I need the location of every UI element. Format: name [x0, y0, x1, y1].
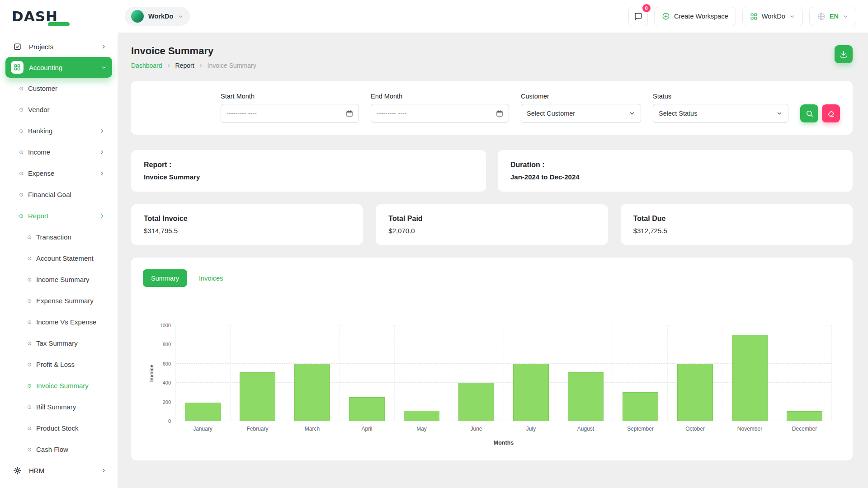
- breadcrumb-current: Invoice Summary: [208, 62, 256, 69]
- apply-filter-button[interactable]: [800, 104, 818, 122]
- chart-slots: [175, 325, 832, 421]
- bullet-icon: [27, 299, 32, 303]
- page-header: Invoice Summary Dashboard Report Invoice…: [131, 45, 853, 69]
- bar-march: [294, 364, 330, 421]
- messages-button[interactable]: 0: [628, 7, 648, 26]
- sidebar-item-transaction[interactable]: Transaction: [5, 226, 112, 248]
- sidebar-item-expense[interactable]: Expense: [5, 163, 112, 184]
- plus-circle-icon: [662, 12, 670, 20]
- sidebar-item-label: Tax Summary: [36, 339, 78, 347]
- chevron-right-icon: [166, 63, 171, 68]
- sidebar-item-banking[interactable]: Banking: [5, 120, 112, 141]
- bullet-icon: [27, 320, 32, 324]
- tab-summary[interactable]: Summary: [143, 269, 187, 287]
- chart-slot-march: [285, 325, 340, 421]
- sidebar-item-label: Profit & Loss: [36, 361, 75, 368]
- duration-value: Jan-2024 to Dec-2024: [510, 173, 840, 181]
- sidebar-item-label: Bill Summary: [36, 403, 76, 411]
- total-due-label: Total Due: [633, 215, 840, 223]
- sidebar-item-account-statement[interactable]: Account Statement: [5, 248, 112, 269]
- totals-row: Total Invoice $314,795.5 Total Paid $2,0…: [131, 204, 853, 245]
- sidebar: Projects Accounting CustomerVendorBankin…: [0, 33, 118, 488]
- customer-select[interactable]: Select Customer: [521, 104, 641, 123]
- x-axis-tick-label: December: [777, 426, 832, 432]
- sidebar-item-income-summary[interactable]: Income Summary: [5, 269, 112, 290]
- language-selector[interactable]: EN: [809, 7, 856, 26]
- start-month-placeholder: --------- ----: [226, 110, 257, 117]
- sidebar-item-label: Accounting: [29, 64, 62, 71]
- breadcrumb-dashboard-link[interactable]: Dashboard: [131, 62, 162, 69]
- y-axis-tick-label: 200: [152, 399, 171, 405]
- chevron-right-icon: [99, 171, 105, 176]
- customer-select-value: Select Customer: [527, 110, 575, 117]
- create-workspace-button[interactable]: Create Workspace: [654, 7, 736, 26]
- start-month-input[interactable]: --------- ----: [221, 104, 359, 123]
- bullet-icon: [27, 277, 32, 282]
- calendar-icon[interactable]: [496, 110, 503, 117]
- sidebar-item-label: Cash Flow: [36, 446, 68, 453]
- bar-june: [458, 383, 494, 421]
- chevron-right-icon: [99, 213, 105, 219]
- bullet-icon: [19, 108, 24, 112]
- bullet-icon: [27, 405, 32, 409]
- y-axis-title: Invoice: [149, 365, 154, 382]
- bar-august: [568, 372, 604, 421]
- sidebar-item-product-stock[interactable]: Product Stock: [5, 418, 112, 439]
- sidebar-item-cash-flow[interactable]: Cash Flow: [5, 439, 112, 460]
- eraser-icon: [827, 110, 835, 117]
- total-invoice-card: Total Invoice $314,795.5: [131, 204, 363, 245]
- bullet-icon: [27, 341, 32, 346]
- sidebar-item-financial-goal[interactable]: Financial Goal: [5, 184, 112, 205]
- main-content: Invoice Summary Dashboard Report Invoice…: [118, 33, 868, 488]
- start-month-label: Start Month: [221, 93, 359, 100]
- sidebar-item-label: Expense Summary: [36, 297, 94, 305]
- sidebar-item-hrm[interactable]: HRM: [5, 460, 112, 481]
- total-paid-card: Total Paid $2,070.0: [376, 204, 608, 245]
- workspace-selector[interactable]: WorkDo: [125, 7, 190, 26]
- bar-july: [513, 364, 549, 421]
- bar-may: [404, 411, 439, 421]
- bar-october: [677, 364, 713, 421]
- calendar-icon[interactable]: [346, 110, 353, 117]
- x-axis-tick-label: August: [558, 426, 613, 432]
- sidebar-item-vendor[interactable]: Vendor: [5, 99, 112, 120]
- download-report-button[interactable]: [835, 45, 853, 63]
- sidebar-item-label: Invoice Summary: [36, 382, 89, 389]
- sidebar-item-profit-loss[interactable]: Profit & Loss: [5, 354, 112, 375]
- topbar: DASH WorkDo 0 Create Workspace WorkDo: [0, 0, 868, 33]
- status-select-value: Select Status: [659, 110, 697, 117]
- tab-invoices[interactable]: Invoices: [191, 269, 231, 287]
- app-logo[interactable]: DASH: [12, 8, 118, 24]
- sidebar-item-tax-summary[interactable]: Tax Summary: [5, 333, 112, 354]
- total-due-card: Total Due $312,725.5: [621, 204, 853, 245]
- status-select[interactable]: Select Status: [653, 104, 788, 123]
- bullet-icon: [27, 384, 32, 388]
- bar-december: [787, 411, 822, 421]
- reset-filter-button[interactable]: [822, 104, 840, 122]
- globe-icon: [817, 12, 826, 21]
- logo-dash-accent: [48, 22, 70, 26]
- sidebar-item-bill-summary[interactable]: Bill Summary: [5, 396, 112, 418]
- chart-slot-may: [394, 325, 449, 421]
- chevron-right-icon: [198, 63, 203, 68]
- breadcrumb-report: Report: [175, 62, 194, 69]
- y-axis-tick-label: 800: [152, 342, 171, 347]
- sidebar-item-label: Account Statement: [36, 254, 94, 262]
- sidebar-item-invoice-summary[interactable]: Invoice Summary: [5, 375, 112, 396]
- total-paid-label: Total Paid: [388, 215, 595, 223]
- workdo-apps-button[interactable]: WorkDo: [742, 7, 803, 26]
- end-month-input[interactable]: --------- ----: [371, 104, 509, 123]
- bullet-icon: [19, 214, 24, 218]
- start-month-field: Start Month --------- ----: [221, 93, 359, 123]
- sidebar-item-accounting[interactable]: Accounting: [5, 57, 112, 78]
- sidebar-item-income[interactable]: Income: [5, 141, 112, 163]
- sidebar-item-label: Customer: [28, 84, 57, 92]
- sidebar-item-income-vs-expense[interactable]: Income Vs Expense: [5, 311, 112, 333]
- sidebar-item-expense-summary[interactable]: Expense Summary: [5, 290, 112, 311]
- download-icon: [840, 50, 848, 58]
- sidebar-item-customer[interactable]: Customer: [5, 78, 112, 99]
- language-code: EN: [830, 13, 839, 20]
- bar-february: [240, 372, 275, 421]
- sidebar-item-projects[interactable]: Projects: [5, 36, 112, 57]
- sidebar-item-report[interactable]: Report: [5, 205, 112, 226]
